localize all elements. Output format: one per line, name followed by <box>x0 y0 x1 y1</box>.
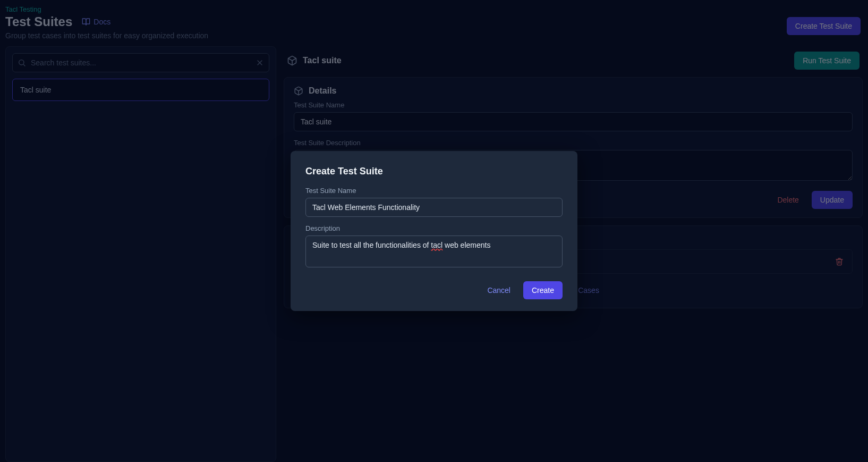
modal-create-button[interactable]: Create <box>523 281 563 299</box>
create-suite-modal: Create Test Suite Test Suite Name Descri… <box>291 151 577 311</box>
modal-desc-input[interactable]: Suite to test all the functionalities of… <box>305 236 563 267</box>
modal-name-label: Test Suite Name <box>305 187 563 195</box>
modal-title: Create Test Suite <box>305 166 563 177</box>
modal-backdrop[interactable]: Create Test Suite Test Suite Name Descri… <box>0 0 868 462</box>
modal-desc-label: Description <box>305 224 563 232</box>
modal-cancel-button[interactable]: Cancel <box>479 281 519 299</box>
modal-name-input[interactable] <box>305 198 563 217</box>
